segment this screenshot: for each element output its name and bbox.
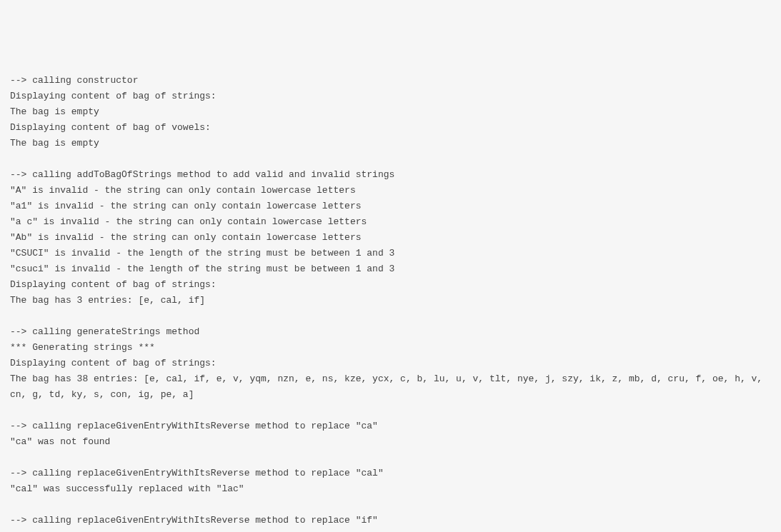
- output-line: "CSUCI" is invalid - the length of the s…: [10, 246, 771, 261]
- output-line: Displaying content of bag of strings:: [10, 277, 771, 293]
- output-line: --> calling generateStrings method: [10, 324, 771, 340]
- output-line: "cal" was successfully replaced with "la…: [10, 481, 771, 497]
- output-line: "a1" is invalid - the string can only co…: [10, 199, 771, 214]
- output-line: Displaying content of bag of strings:: [10, 356, 771, 371]
- output-line: --> calling replaceGivenEntryWithItsReve…: [10, 513, 771, 528]
- output-line: *** Generating strings ***: [10, 340, 771, 356]
- output-line: Displaying content of bag of strings:: [10, 89, 771, 104]
- output-line: The bag has 3 entries: [e, cal, if]: [10, 293, 771, 308]
- output-line: "a c" is invalid - the string can only c…: [10, 214, 771, 230]
- output-line: [10, 151, 771, 167]
- output-line: Displaying content of bag of vowels:: [10, 120, 771, 136]
- output-line: [10, 403, 771, 418]
- output-line: [10, 450, 771, 466]
- output-line: "if" was successfully replaced with "fi": [10, 528, 771, 532]
- output-line: --> calling replaceGivenEntryWithItsReve…: [10, 466, 771, 481]
- output-line: "A" is invalid - the string can only con…: [10, 183, 771, 199]
- console-output: --> calling constructorDisplaying conten…: [10, 73, 771, 532]
- output-line: [10, 308, 771, 324]
- output-line: "Ab" is invalid - the string can only co…: [10, 230, 771, 246]
- output-line: The bag is empty: [10, 136, 771, 151]
- output-line: --> calling replaceGivenEntryWithItsReve…: [10, 418, 771, 434]
- output-line: --> calling constructor: [10, 73, 771, 89]
- output-line: The bag has 38 entries: [e, cal, if, e, …: [10, 371, 771, 403]
- output-line: [10, 497, 771, 513]
- output-line: The bag is empty: [10, 104, 771, 120]
- output-line: "ca" was not found: [10, 434, 771, 450]
- output-line: --> calling addToBagOfStrings method to …: [10, 167, 771, 183]
- output-line: "csuci" is invalid - the length of the s…: [10, 261, 771, 277]
